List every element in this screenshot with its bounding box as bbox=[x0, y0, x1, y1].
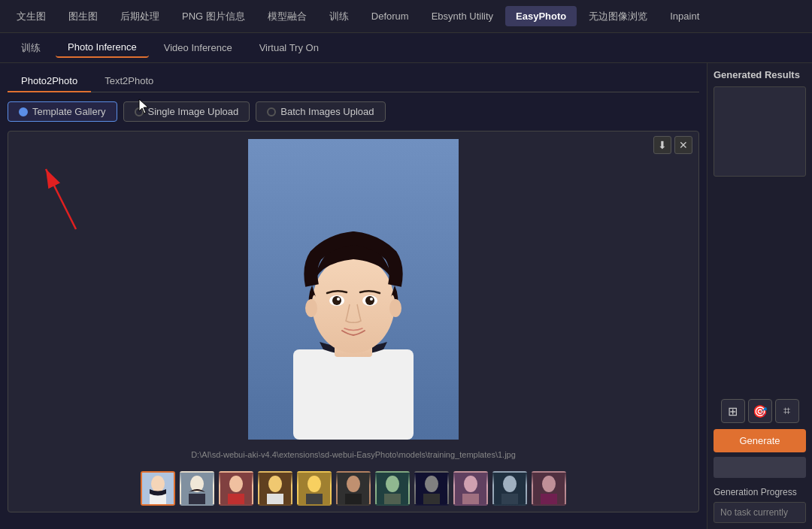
nav-houqichuli[interactable]: 后期处理 bbox=[110, 5, 170, 28]
thumb-img-5 bbox=[298, 473, 330, 504]
radio-template-gallery[interactable]: Template Gallery bbox=[8, 101, 117, 122]
download-button[interactable]: ⬇ bbox=[653, 136, 671, 154]
thumb-img-11 bbox=[533, 473, 565, 504]
nav-inpaint[interactable]: Inpaint bbox=[659, 6, 710, 26]
svg-line-1 bbox=[46, 169, 76, 229]
thumb-img-2 bbox=[181, 473, 213, 504]
svg-point-13 bbox=[370, 298, 373, 301]
thumbnail-5[interactable] bbox=[297, 471, 332, 506]
thumbnail-7[interactable] bbox=[375, 471, 410, 506]
nav-moxinronghe[interactable]: 模型融合 bbox=[257, 5, 317, 28]
radio-single-label: Single Image Upload bbox=[148, 106, 239, 117]
spacer bbox=[714, 183, 806, 399]
svg-rect-48 bbox=[541, 494, 557, 504]
thumbnail-2[interactable] bbox=[180, 471, 214, 506]
svg-rect-21 bbox=[189, 494, 205, 504]
pointer-tool-button[interactable]: 🎯 bbox=[748, 399, 772, 423]
nav-virtual-tryon[interactable]: Virtual Try On bbox=[247, 38, 331, 57]
svg-point-15 bbox=[389, 299, 401, 317]
crop-tool-button[interactable]: ⌗ bbox=[775, 399, 799, 423]
thumbnail-10[interactable] bbox=[492, 471, 527, 506]
svg-point-44 bbox=[503, 476, 517, 492]
svg-point-12 bbox=[337, 298, 340, 301]
nav-wenshengtu[interactable]: 文生图 bbox=[6, 5, 56, 28]
nav-xunlian[interactable]: 训练 bbox=[319, 5, 359, 28]
radio-single-upload[interactable]: Single Image Upload bbox=[123, 101, 250, 122]
grid-tool-button[interactable]: ⊞ bbox=[721, 399, 745, 423]
thumb-img-8 bbox=[416, 473, 447, 504]
thumbnail-1[interactable] bbox=[141, 471, 175, 506]
tab-photo2photo[interactable]: Photo2Photo bbox=[8, 71, 91, 92]
image-path-label: D:\AI\sd-webui-aki-v4.4\extensions\sd-we… bbox=[185, 447, 522, 465]
svg-point-41 bbox=[464, 476, 477, 492]
main-layout: Photo2Photo Text2Photo Template Gallery … bbox=[0, 63, 812, 529]
progress-section: Generation Progress No task currently bbox=[714, 487, 806, 523]
svg-point-23 bbox=[229, 476, 243, 492]
svg-point-26 bbox=[268, 476, 282, 492]
image-area: ⬇ ✕ bbox=[8, 131, 699, 512]
svg-rect-42 bbox=[462, 494, 479, 504]
generated-results-title: Generated Results bbox=[714, 69, 806, 80]
photo-tabs: Photo2Photo Text2Photo bbox=[8, 71, 699, 92]
svg-rect-39 bbox=[423, 494, 440, 504]
nav-tushengtu[interactable]: 图生图 bbox=[58, 5, 108, 28]
left-panel: Photo2Photo Text2Photo Template Gallery … bbox=[0, 63, 707, 529]
thumb-img-9 bbox=[455, 473, 486, 504]
thumbnail-3[interactable] bbox=[219, 471, 253, 506]
main-portrait-image bbox=[248, 139, 459, 440]
thumbnail-6[interactable] bbox=[336, 471, 371, 506]
tool-icons-group: ⊞ 🎯 ⌗ bbox=[714, 399, 806, 423]
generated-result-box bbox=[714, 86, 806, 177]
svg-rect-36 bbox=[384, 494, 401, 504]
svg-rect-45 bbox=[501, 494, 518, 504]
radio-batch-label: Batch Images Upload bbox=[280, 106, 374, 117]
thumbnail-9[interactable] bbox=[453, 471, 488, 506]
nav-ebsynth[interactable]: Ebsynth Utility bbox=[421, 6, 504, 26]
thumbnail-8[interactable] bbox=[414, 471, 449, 506]
svg-point-38 bbox=[425, 476, 438, 492]
main-image-container bbox=[241, 131, 466, 447]
thumbnail-strip bbox=[138, 465, 569, 512]
thumb-img-3 bbox=[220, 473, 252, 504]
svg-point-35 bbox=[386, 476, 399, 492]
svg-point-17 bbox=[151, 476, 165, 492]
nav-video-inference[interactable]: Video Inference bbox=[152, 38, 244, 57]
radio-group: Template Gallery Single Image Upload Bat… bbox=[8, 101, 699, 122]
crop-icon: ⌗ bbox=[783, 404, 790, 418]
nav-easyphoto[interactable]: EasyPhoto bbox=[505, 6, 577, 26]
progress-bar bbox=[714, 457, 806, 478]
radio-template-label: Template Gallery bbox=[32, 106, 106, 117]
arrow-annotation bbox=[8, 131, 159, 282]
thumb-img-4 bbox=[259, 473, 291, 504]
radio-dot-single bbox=[135, 107, 144, 116]
nav-wubian[interactable]: 无边图像浏览 bbox=[578, 5, 658, 28]
svg-point-14 bbox=[305, 299, 317, 317]
nav-photo-inference[interactable]: Photo Inference bbox=[56, 38, 149, 58]
thumb-img-10 bbox=[494, 473, 526, 504]
pointer-icon: 🎯 bbox=[753, 404, 768, 419]
radio-dot-batch bbox=[267, 107, 276, 116]
svg-point-7 bbox=[312, 255, 395, 353]
generate-button[interactable]: Generate bbox=[714, 429, 806, 452]
right-panel: Generated Results ⊞ 🎯 ⌗ Generate Generat… bbox=[707, 63, 812, 529]
image-controls: ⬇ ✕ bbox=[653, 136, 692, 154]
thumb-img-1 bbox=[142, 473, 174, 504]
thumbnail-11[interactable] bbox=[532, 471, 566, 506]
svg-point-47 bbox=[542, 476, 556, 492]
thumbnail-4[interactable] bbox=[258, 471, 292, 506]
top-navigation: 文生图 图生图 后期处理 PNG 图片信息 模型融合 训练 Deforum Eb… bbox=[0, 0, 812, 33]
radio-batch-upload[interactable]: Batch Images Upload bbox=[256, 101, 385, 122]
generation-progress-title: Generation Progress bbox=[714, 487, 806, 497]
svg-point-10 bbox=[332, 296, 341, 305]
grid-icon: ⊞ bbox=[728, 404, 738, 419]
nav-deforum[interactable]: Deforum bbox=[361, 6, 420, 26]
radio-dot-template bbox=[19, 107, 28, 116]
thumb-img-6 bbox=[338, 473, 369, 504]
svg-rect-24 bbox=[228, 494, 244, 504]
tab-text2photo[interactable]: Text2Photo bbox=[91, 71, 167, 92]
svg-point-29 bbox=[308, 476, 321, 492]
close-image-button[interactable]: ✕ bbox=[674, 136, 692, 154]
nav-train[interactable]: 训练 bbox=[9, 38, 53, 59]
svg-rect-33 bbox=[345, 494, 362, 504]
nav-png-info[interactable]: PNG 图片信息 bbox=[171, 5, 256, 28]
